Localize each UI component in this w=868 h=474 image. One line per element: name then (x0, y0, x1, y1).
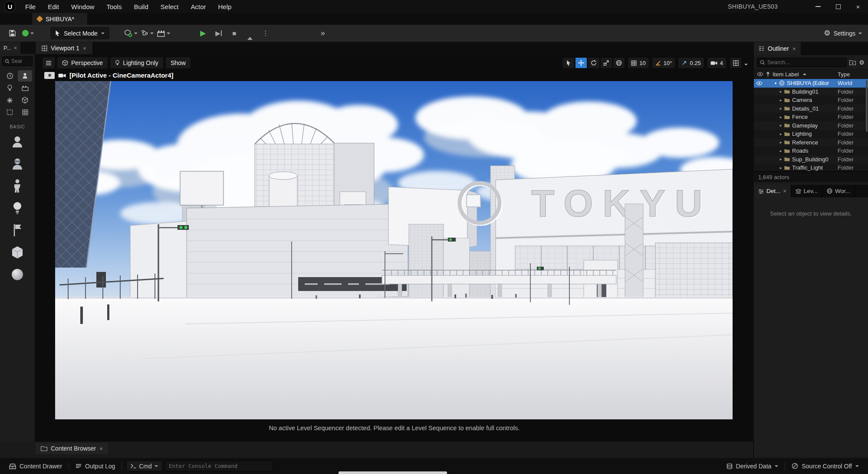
outliner-row-folder[interactable]: ▸ Roads Folder (754, 147, 868, 155)
outliner-row-folder[interactable]: ▸ Reference Folder (754, 138, 868, 147)
place-item-empty-actor[interactable] (7, 132, 27, 152)
expand-caret-icon[interactable]: ▸ (778, 140, 783, 144)
camera-preview-icon[interactable] (44, 72, 55, 79)
category-visual-effects[interactable] (3, 95, 17, 106)
place-actors-search[interactable] (2, 56, 33, 66)
outliner-row-folder[interactable]: ▸ Camera Folder (754, 96, 868, 105)
menu-edit[interactable]: Edit (42, 0, 65, 13)
outliner-row-folder[interactable]: ▸ Fence Folder (754, 113, 868, 121)
expand-caret-icon[interactable]: ▾ (773, 81, 778, 85)
category-cinematic[interactable] (18, 82, 32, 94)
scale-snap-toggle[interactable]: 0.25 (678, 58, 704, 68)
outliner-row-folder[interactable]: ▸ Gameplay Folder (754, 121, 868, 130)
close-icon[interactable]: × (783, 188, 786, 194)
show-button[interactable]: Show (166, 57, 191, 69)
view-mode-button[interactable]: Lighting Only (110, 57, 163, 69)
search-input[interactable] (11, 58, 29, 64)
category-recently-placed[interactable] (3, 70, 17, 82)
outliner-settings-button[interactable]: ⚙ (858, 58, 865, 66)
maximize-button[interactable] (828, 0, 848, 13)
expand-caret-icon[interactable]: ▸ (778, 132, 783, 136)
outliner-row-folder[interactable]: ▸ Building01 Folder (754, 88, 868, 96)
content-drawer-button[interactable]: Content Drawer (4, 458, 67, 474)
tab-place-actors[interactable]: P... × (0, 42, 20, 54)
expand-caret-icon[interactable]: ▸ (778, 98, 783, 102)
close-icon[interactable]: × (99, 445, 103, 452)
close-icon[interactable]: × (14, 45, 17, 51)
menu-help[interactable]: Help (212, 0, 238, 13)
rotate-tool-button[interactable] (588, 58, 599, 68)
viewport-layout-chevron-icon[interactable] (744, 64, 748, 65)
outliner-search-input[interactable] (767, 59, 844, 65)
outliner-new-folder-button[interactable] (849, 58, 856, 66)
close-icon[interactable]: × (83, 45, 86, 52)
expand-caret-icon[interactable]: ▸ (778, 106, 783, 111)
place-item-cube[interactable] (7, 242, 27, 262)
place-item-empty-character[interactable] (7, 154, 27, 174)
derived-data-button[interactable]: Derived Data (722, 458, 783, 474)
category-geometry[interactable] (18, 95, 32, 106)
world-space-toggle[interactable] (613, 58, 625, 68)
category-all-classes[interactable] (18, 107, 32, 118)
column-item-label[interactable]: Item Label (773, 71, 799, 78)
outliner-row-folder[interactable]: ▸ Traffic_Light Folder (754, 163, 868, 171)
viewport-render-area[interactable]: TOKYU TOKYU (55, 81, 733, 419)
place-item-empty-pawn[interactable] (7, 176, 27, 196)
tab-levels[interactable]: Lev... (791, 185, 822, 197)
settings-button[interactable]: ⚙ Settings (824, 29, 862, 38)
visibility-eye-icon[interactable] (754, 81, 764, 85)
expand-caret-icon[interactable]: ▸ (778, 166, 783, 170)
close-button[interactable]: × (848, 0, 868, 13)
cmd-dropdown[interactable]: Cmd (126, 461, 162, 471)
output-log-button[interactable]: Output Log (71, 458, 120, 474)
camera-speed-button[interactable]: 4 (707, 58, 726, 68)
outliner-scrollbar[interactable] (866, 80, 868, 132)
play-button[interactable]: ▶ (197, 27, 209, 40)
close-icon[interactable]: × (792, 46, 796, 52)
tab-outliner[interactable]: Outliner × (754, 42, 801, 55)
outliner-row-folder[interactable]: ▸ Sup_Building0 Folder (754, 155, 868, 164)
place-item-point-light[interactable] (7, 198, 27, 218)
tab-content-browser[interactable]: Content Browser × (36, 443, 108, 454)
skip-to-frame-button[interactable]: ▶ (213, 27, 225, 40)
expand-caret-icon[interactable]: ▸ (778, 115, 783, 119)
menu-file[interactable]: File (19, 0, 42, 13)
place-item-player-start[interactable] (7, 220, 27, 240)
console-command-input[interactable] (165, 461, 273, 471)
stop-button[interactable]: ■ (228, 27, 240, 40)
tab-details[interactable]: Det... × (754, 185, 791, 197)
rotation-snap-toggle[interactable]: 10° (652, 58, 675, 68)
revision-control-button[interactable] (22, 27, 34, 40)
toolbar-overflow-button[interactable]: » (317, 27, 329, 40)
place-item-sphere[interactable] (7, 265, 27, 284)
minimize-button[interactable] (808, 0, 828, 13)
blueprints-button[interactable] (141, 27, 154, 40)
category-lights[interactable] (3, 82, 17, 94)
tab-world-settings[interactable]: Wor... (822, 185, 855, 197)
menu-actor[interactable]: Actor (184, 0, 212, 13)
move-tool-button[interactable] (575, 58, 587, 68)
menu-window[interactable]: Window (65, 0, 100, 13)
column-type[interactable]: Type (838, 71, 850, 78)
outliner-row-folder[interactable]: ▸ Lighting Folder (754, 130, 868, 138)
select-mode-dropdown[interactable]: Select Mode (50, 27, 109, 39)
launch-platforms-button[interactable] (244, 27, 256, 40)
play-options-kebab[interactable]: ⋮ (260, 27, 272, 40)
menu-tools[interactable]: Tools (100, 0, 128, 13)
select-tool-button[interactable] (563, 58, 574, 68)
viewport-options-button[interactable] (43, 57, 55, 69)
source-control-button[interactable]: Source Control Off (787, 458, 864, 474)
scale-tool-button[interactable] (601, 58, 612, 68)
outliner-search[interactable] (757, 58, 847, 67)
expand-caret-icon[interactable]: ▸ (778, 123, 783, 127)
perspective-button[interactable]: Perspective (57, 57, 108, 69)
menu-select[interactable]: Select (155, 0, 185, 13)
tab-shibuya-level[interactable]: SHIBUYA* (32, 13, 87, 25)
expand-caret-icon[interactable]: ▸ (778, 149, 783, 153)
tab-viewport-1[interactable]: Viewport 1 × (36, 42, 92, 54)
expand-caret-icon[interactable]: ▸ (778, 157, 783, 161)
category-basic[interactable] (18, 70, 32, 82)
cinematics-button[interactable] (157, 27, 170, 40)
grid-snap-toggle[interactable]: 10 (628, 58, 648, 68)
expand-caret-icon[interactable]: ▸ (778, 89, 783, 94)
